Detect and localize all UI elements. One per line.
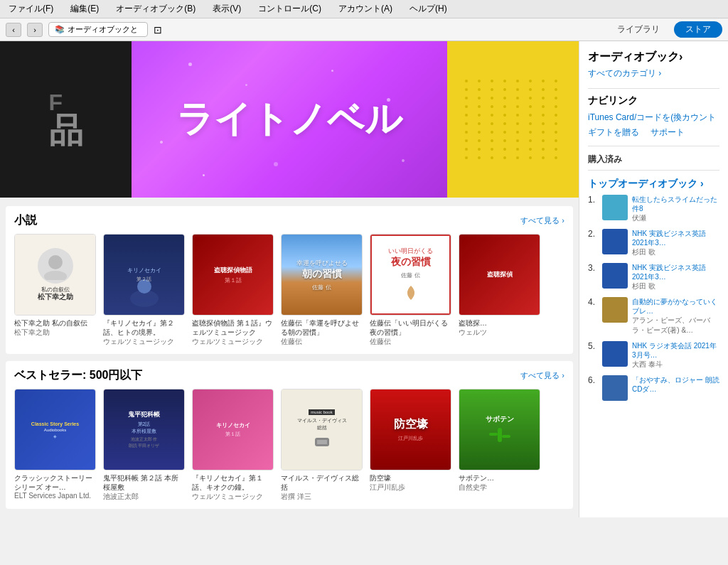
sidebar-support-link[interactable]: サポート — [651, 127, 685, 139]
book-author: 佐藤伝 — [281, 337, 363, 347]
book-title: クラッシックストーリーシリーズ オー… — [14, 473, 96, 492]
book-title: 松下幸之助 私の自叙伝 — [14, 318, 96, 328]
top-book-title[interactable]: NHK ラジオ英会話 2021年3月号… — [632, 341, 719, 360]
book-author: 松下幸之助 — [14, 328, 96, 338]
svg-rect-7 — [489, 433, 498, 436]
book-title: 鬼平犯科帳 第２話 本所桜屋敷 — [103, 473, 185, 492]
book-author: 江戸川乱歩 — [370, 483, 451, 493]
top-book-item[interactable]: 5. NHK ラジオ英会話 2021年3月号… 大西 泰斗 — [588, 341, 719, 370]
top-book-num: 3. — [588, 263, 598, 273]
top-book-info: NHK 実践ビジネス英語 2021年3… 杉田 歌 — [632, 229, 719, 257]
top-book-item[interactable]: 3. NHK 実践ビジネス英語 2021年3… 杉田 歌 — [588, 263, 719, 291]
top-book-num: 4. — [588, 297, 598, 307]
book-title: 『キリノセカイ』第２話、ヒトの境界。 — [103, 318, 185, 337]
novel-book-item[interactable]: 盗聴探偵 盗聴探… ウェルツ — [459, 234, 540, 347]
book-title: 佐藤伝「幸運を呼びよせる朝の習慣」 — [281, 318, 363, 337]
banner-left: F 品 — [0, 41, 132, 198]
book-title: マイルス・デイヴィス総括 — [281, 473, 363, 492]
novel-book-item[interactable]: いい明日がくる 夜の習慣 佐藤 伝 佐藤伝「いい明日がくる夜の習慣」 佐藤伝 — [370, 234, 451, 347]
top-book-info: NHK 実践ビジネス英語 2021年3… 杉田 歌 — [632, 263, 719, 291]
menu-audiobook[interactable]: オーディオブック(B) — [113, 1, 198, 16]
menu-view[interactable]: 表示(V) — [210, 1, 244, 16]
bestseller-book-item[interactable]: music book マイルス・デイヴィス総括 マイルス・デイヴィス総括 岩撰 … — [281, 389, 363, 502]
top-book-info: 「おやすみ、ロジャー 朗読CDダ… — [632, 375, 719, 394]
novel-book-item[interactable]: 幸運を呼びよせる 朝の習慣 佐藤 伝 佐藤伝「幸運を呼びよせる朝の習慣」 佐藤伝 — [281, 234, 363, 347]
novel-book-item[interactable]: 私の自叙伝松下幸之助 松下幸之助 私の自叙伝 松下幸之助 — [14, 234, 96, 347]
top-book-author: 杉田 歌 — [632, 281, 719, 291]
svg-rect-6 — [498, 428, 502, 442]
bestseller-book-item[interactable]: キリノセカイ 第１話 『キリノセカイ』第１話、キオクの鐘。 ウェルツミュージック — [192, 389, 274, 502]
book-author: 岩撰 洋三 — [281, 492, 363, 502]
main-container: F 品 ライトノベル — [0, 41, 728, 517]
top-book-title[interactable]: NHK 実践ビジネス英語 2021年3… — [632, 263, 719, 281]
banner-right: // generate 48 dots inline document.curr… — [447, 41, 579, 198]
sidebar-title: オーディオブック› — [588, 50, 719, 65]
top-book-title[interactable]: 転生したらスライムだった件8 — [632, 195, 719, 213]
address-bar[interactable]: 📚 オーディオブックと — [48, 22, 148, 37]
novel-book-item[interactable]: キリノセカイ 第２話 『キリノセカイ』第２話、ヒトの境界。 ウェルツミュージック — [103, 234, 185, 347]
dots-decoration: // generate 48 dots inline document.curr… — [465, 80, 562, 159]
toolbar: ‹ › 📚 オーディオブックと ⊡ ライブラリ ストア — [0, 18, 728, 41]
book-cover: サボテン — [459, 389, 540, 470]
book-cover: music book マイルス・デイヴィス総括 — [281, 389, 363, 470]
top-book-item[interactable]: 1. 転生したらスライムだった件8 伏瀬 — [588, 195, 719, 223]
svg-rect-10 — [604, 231, 626, 252]
book-author: 佐藤伝 — [370, 337, 451, 347]
forward-button[interactable]: › — [27, 23, 43, 37]
top-book-cover — [602, 263, 628, 289]
top-book-item[interactable]: 2. NHK 実践ビジネス英語 2021年3… 杉田 歌 — [588, 229, 719, 257]
top-book-item[interactable]: 6. 「おやすみ、ロジャー 朗読CDダ… — [588, 375, 719, 401]
sidebar-purchased-label: 購入済み — [588, 154, 719, 166]
menu-file[interactable]: ファイル(F) — [6, 1, 56, 16]
bestseller-book-item[interactable]: 防空壕 江戸川乱歩 防空壕 江戸川乱歩 — [370, 389, 451, 502]
menubar: ファイル(F) 編集(E) オーディオブック(B) 表示(V) コントロール(C… — [0, 0, 728, 18]
sidebar-itunes-link[interactable]: iTunes Card/コードを(換カウント — [588, 112, 719, 124]
book-title: 『キリノセカイ』第１話、キオクの鐘。 — [192, 473, 274, 492]
svg-rect-5 — [317, 440, 327, 444]
top-book-cover — [602, 195, 628, 220]
tab-store[interactable]: ストア — [674, 21, 722, 38]
sidebar-gift-link[interactable]: ギフトを贈る — [588, 127, 639, 139]
svg-point-1 — [44, 271, 67, 280]
menu-account[interactable]: アカウント(A) — [336, 1, 395, 16]
device-icon[interactable]: ⊡ — [154, 24, 162, 36]
top-books-list: 1. 転生したらスライムだった件8 伏瀬 2. NHK 実践ビジネス英語 202… — [588, 195, 719, 401]
novel-section-header: 小説 すべて見る › — [14, 213, 564, 228]
top-book-cover — [602, 297, 628, 323]
novel-book-item[interactable]: 盗聴探偵物語 第１話 盗聴探偵物語 第１話』ウェルツミュージック ウェルツミュー… — [192, 234, 274, 347]
bestseller-section: ベストセラー: 500円以下 すべて見る › Classic Story Ser… — [6, 361, 573, 509]
menu-help[interactable]: ヘルプ(H) — [407, 1, 450, 16]
bestseller-books-row: Classic Story Series Audiobooks ◈ クラッシック… — [14, 389, 564, 502]
menu-edit[interactable]: 編集(E) — [68, 1, 102, 16]
back-button[interactable]: ‹ — [6, 23, 21, 37]
bestseller-book-item[interactable]: 鬼平犯科帳 第2話本所桜屋敷 池波正太郎 作朗読 平田オリザ 鬼平犯科帳 第２話… — [103, 389, 185, 502]
top-book-title[interactable]: NHK 実践ビジネス英語 2021年3… — [632, 229, 719, 247]
top-book-info: 自動的に夢がかなっていく ブレ… アラン・ピーズ、バーバラ・ピーズ(著) &… — [632, 297, 719, 335]
book-cover: キリノセカイ 第１話 — [192, 389, 274, 470]
bestseller-book-item[interactable]: Classic Story Series Audiobooks ◈ クラッシック… — [14, 389, 96, 502]
sidebar-category-link[interactable]: すべてのカテゴリ › — [588, 68, 719, 80]
top-book-title[interactable]: 「おやすみ、ロジャー 朗読CDダ… — [632, 375, 719, 394]
svg-rect-14 — [604, 377, 626, 399]
address-book-icon: 📚 — [55, 25, 65, 34]
book-author: 自然史学 — [459, 483, 540, 493]
top-book-title[interactable]: 自動的に夢がかなっていく ブレ… — [632, 297, 719, 316]
svg-point-0 — [48, 255, 63, 269]
top-book-author: アラン・ピーズ、バーバラ・ピーズ(著) &… — [632, 316, 719, 335]
book-title: 盗聴探偵物語 第１話』ウェルツミュージック — [192, 318, 274, 337]
svg-rect-13 — [604, 343, 626, 365]
top-book-num: 6. — [588, 375, 598, 385]
bestseller-book-item[interactable]: サボテン サボテン… 自然史学 — [459, 389, 540, 502]
tab-library[interactable]: ライブラリ — [606, 21, 671, 38]
top-book-cover — [602, 341, 628, 367]
sidebar-top-label[interactable]: トップオーディオブック › — [588, 178, 719, 190]
menu-control[interactable]: コントロール(C) — [255, 1, 324, 16]
address-text: オーディオブックと — [68, 24, 138, 35]
book-author: ウェルツミュージック — [192, 337, 274, 347]
top-book-cover — [602, 375, 628, 401]
book-cover: 防空壕 江戸川乱歩 — [370, 389, 451, 470]
bestseller-see-all[interactable]: すべて見る › — [520, 370, 564, 381]
top-book-item[interactable]: 4. 自動的に夢がかなっていく ブレ… アラン・ピーズ、バーバラ・ピーズ(著) … — [588, 297, 719, 335]
book-title: 防空壕 — [370, 473, 451, 483]
novel-see-all[interactable]: すべて見る › — [520, 215, 564, 226]
